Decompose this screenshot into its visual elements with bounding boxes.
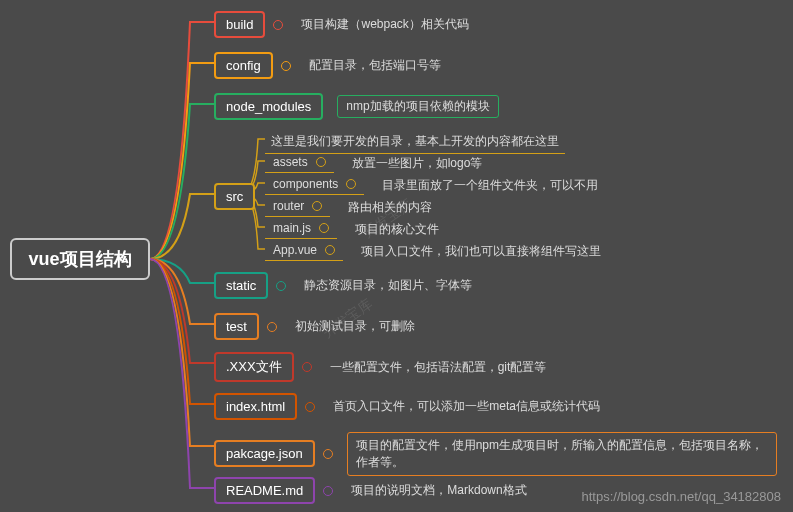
src-header-desc: 这里是我们要开发的目录，基本上开发的内容都在这里 bbox=[265, 131, 565, 154]
collapse-dot[interactable] bbox=[323, 449, 333, 459]
static-node[interactable]: static bbox=[214, 272, 268, 299]
collapse-dot[interactable] bbox=[305, 402, 315, 412]
root-label: vue项目结构 bbox=[28, 247, 131, 271]
build-desc: 项目构建（webpack）相关代码 bbox=[301, 16, 468, 33]
branch-src[interactable]: src bbox=[214, 183, 255, 210]
xxx-desc: 一些配置文件，包括语法配置，git配置等 bbox=[330, 359, 547, 376]
collapse-dot[interactable] bbox=[323, 486, 333, 496]
branch-test[interactable]: test 初始测试目录，可删除 bbox=[214, 313, 415, 340]
collapse-dot[interactable] bbox=[273, 20, 283, 30]
branch-readme[interactable]: README.md 项目的说明文档，Markdown格式 bbox=[214, 477, 527, 504]
branch-build[interactable]: build 项目构建（webpack）相关代码 bbox=[214, 11, 469, 38]
readme-desc: 项目的说明文档，Markdown格式 bbox=[351, 482, 526, 499]
index-desc: 首页入口文件，可以添加一些meta信息或统计代码 bbox=[333, 398, 600, 415]
test-node[interactable]: test bbox=[214, 313, 259, 340]
branch-package[interactable]: pakcage.json 项目的配置文件，使用npm生成项目时，所输入的配置信息… bbox=[214, 432, 777, 476]
collapse-dot[interactable] bbox=[312, 201, 322, 211]
collapse-dot[interactable] bbox=[346, 179, 356, 189]
package-desc: 项目的配置文件，使用npm生成项目时，所输入的配置信息，包括项目名称，作者等。 bbox=[347, 432, 777, 476]
collapse-dot[interactable] bbox=[281, 61, 291, 71]
branch-static[interactable]: static 静态资源目录，如图片、字体等 bbox=[214, 272, 472, 299]
collapse-dot[interactable] bbox=[267, 322, 277, 332]
config-node[interactable]: config bbox=[214, 52, 273, 79]
collapse-dot[interactable] bbox=[325, 245, 335, 255]
node-modules-sub[interactable]: nmp加载的项目依赖的模块 bbox=[337, 95, 498, 118]
branch-node-modules[interactable]: node_modules nmp加载的项目依赖的模块 bbox=[214, 93, 499, 120]
collapse-dot[interactable] bbox=[319, 223, 329, 233]
branch-xxx[interactable]: .XXX文件 一些配置文件，包括语法配置，git配置等 bbox=[214, 352, 546, 382]
package-node[interactable]: pakcage.json bbox=[214, 440, 315, 467]
src-child-router[interactable]: router 路由相关的内容 bbox=[265, 197, 432, 217]
node-modules-node[interactable]: node_modules bbox=[214, 93, 323, 120]
static-desc: 静态资源目录，如图片、字体等 bbox=[304, 277, 472, 294]
src-node[interactable]: src bbox=[214, 183, 255, 210]
xxx-node[interactable]: .XXX文件 bbox=[214, 352, 294, 382]
branch-config[interactable]: config 配置目录，包括端口号等 bbox=[214, 52, 441, 79]
branch-index[interactable]: index.html 首页入口文件，可以添加一些meta信息或统计代码 bbox=[214, 393, 600, 420]
index-node[interactable]: index.html bbox=[214, 393, 297, 420]
src-child-components[interactable]: components 目录里面放了一个组件文件夹，可以不用 bbox=[265, 175, 598, 195]
build-node[interactable]: build bbox=[214, 11, 265, 38]
src-child-mainjs[interactable]: main.js 项目的核心文件 bbox=[265, 219, 439, 239]
config-desc: 配置目录，包括端口号等 bbox=[309, 57, 441, 74]
src-child-assets[interactable]: assets 放置一些图片，如logo等 bbox=[265, 153, 482, 173]
root-node[interactable]: vue项目结构 bbox=[10, 238, 150, 280]
collapse-dot[interactable] bbox=[316, 157, 326, 167]
collapse-dot[interactable] bbox=[302, 362, 312, 372]
source-url: https://blog.csdn.net/qq_34182808 bbox=[582, 489, 782, 504]
test-desc: 初始测试目录，可删除 bbox=[295, 318, 415, 335]
collapse-dot[interactable] bbox=[276, 281, 286, 291]
src-child-appvue[interactable]: App.vue 项目入口文件，我们也可以直接将组件写这里 bbox=[265, 241, 601, 261]
readme-node[interactable]: README.md bbox=[214, 477, 315, 504]
